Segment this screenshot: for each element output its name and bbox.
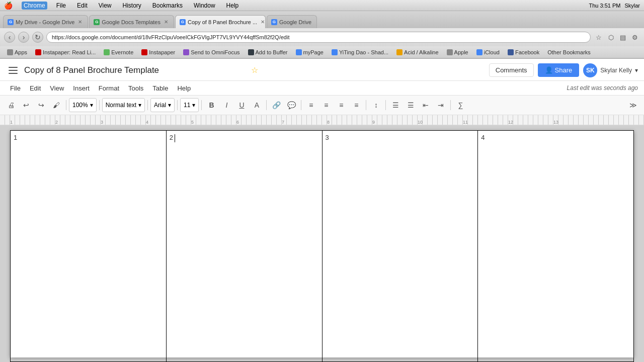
style-chevron: ▾ bbox=[138, 102, 141, 109]
underline-button[interactable]: U bbox=[234, 98, 249, 112]
numbered-list-button[interactable]: ☰ bbox=[404, 98, 418, 112]
menu-view[interactable]: View bbox=[46, 83, 68, 94]
tab-close-templates[interactable]: ✕ bbox=[163, 19, 170, 26]
ruler-mark-7: 7 bbox=[282, 120, 284, 125]
cell-number-4: 4 bbox=[481, 134, 485, 141]
bookmarks-menu[interactable]: Bookmarks bbox=[150, 2, 185, 10]
line-spacing-button[interactable]: ↕ bbox=[369, 98, 383, 112]
forward-button[interactable]: › bbox=[18, 32, 29, 43]
font-value: Arial bbox=[154, 102, 166, 109]
menu-format[interactable]: Format bbox=[95, 83, 123, 94]
table-cell-1[interactable]: 1 bbox=[11, 131, 167, 362]
increase-indent-button[interactable]: ⇥ bbox=[434, 98, 448, 112]
menu-edit[interactable]: Edit bbox=[26, 83, 45, 94]
address-text: https://docs.google.com/document/d/18vFR… bbox=[52, 34, 289, 40]
bookmark-apple[interactable]: Apple bbox=[444, 49, 471, 56]
bookmark-other[interactable]: Other Bookmarks bbox=[544, 49, 594, 56]
bookmark-icon-yiting bbox=[332, 49, 338, 55]
tab-close-brochure[interactable]: ✕ bbox=[259, 19, 266, 26]
share-button[interactable]: 👤 Share bbox=[538, 63, 580, 77]
bookmark-evernote[interactable]: Evernote bbox=[101, 49, 136, 56]
menu-file[interactable]: File bbox=[6, 83, 25, 94]
italic-button[interactable]: I bbox=[219, 98, 233, 112]
hamburger-menu[interactable] bbox=[6, 63, 20, 77]
undo-button[interactable]: ↩ bbox=[19, 98, 33, 112]
tab-templates[interactable]: G Google Docs Templates ✕ bbox=[89, 15, 174, 28]
link-button[interactable]: 🔗 bbox=[269, 98, 283, 112]
bookmark-omnifocus[interactable]: Send to OmniFocus bbox=[180, 49, 243, 56]
ruler-mark-12: 12 bbox=[508, 120, 513, 125]
edit-menu[interactable]: Edit bbox=[75, 2, 90, 10]
print-button[interactable]: 🖨 bbox=[4, 98, 18, 112]
bullet-list-button[interactable]: ☰ bbox=[388, 98, 403, 112]
bookmark-apps[interactable]: Apps bbox=[4, 49, 30, 56]
star-icon[interactable]: ☆ bbox=[594, 32, 604, 42]
comment-button[interactable]: 💬 bbox=[284, 98, 298, 112]
star-title-icon[interactable]: ☆ bbox=[251, 65, 258, 75]
tab-brochure[interactable]: G Copy of 8 Panel Brochure ... ✕ bbox=[175, 15, 266, 28]
mac-user: Skylar bbox=[624, 3, 640, 9]
menu-insert[interactable]: Insert bbox=[69, 83, 94, 94]
paint-format-button[interactable]: 🖌 bbox=[49, 98, 63, 112]
tab-my-drive[interactable]: G My Drive - Google Drive ✕ bbox=[3, 15, 88, 28]
style-value: Normal text bbox=[106, 102, 136, 109]
window-menu[interactable]: Window bbox=[192, 2, 217, 10]
bookmark-instapaper2[interactable]: Instapaper bbox=[138, 49, 178, 56]
user-profile[interactable]: SK Skylar Kelly ▾ bbox=[583, 63, 638, 77]
justify-button[interactable]: ≡ bbox=[349, 98, 363, 112]
comments-button[interactable]: Comments bbox=[489, 63, 534, 77]
align-left-button[interactable]: ≡ bbox=[304, 98, 318, 112]
align-center-button[interactable]: ≡ bbox=[319, 98, 333, 112]
tab-favicon-drive: G bbox=[8, 19, 14, 25]
fontsize-dropdown[interactable]: 11 ▾ bbox=[180, 98, 199, 112]
bookmark-icloud[interactable]: iCloud bbox=[473, 49, 503, 56]
zoom-dropdown[interactable]: 100% ▾ bbox=[69, 98, 97, 112]
menu-table[interactable]: Table bbox=[148, 83, 172, 94]
align-right-button[interactable]: ≡ bbox=[334, 98, 348, 112]
help-menu[interactable]: Help bbox=[224, 2, 241, 10]
apple-logo[interactable]: 🍎 bbox=[4, 2, 13, 10]
back-button[interactable]: ‹ bbox=[4, 32, 15, 43]
table-row: 1 2 3 4 bbox=[11, 131, 634, 362]
table-cell-2[interactable]: 2 bbox=[166, 131, 322, 362]
chrome-menu[interactable]: Chrome bbox=[22, 2, 47, 10]
share-label: Share bbox=[555, 66, 573, 74]
bookmark-label-apple: Apple bbox=[454, 49, 468, 55]
bookmark-yiting[interactable]: YiTing Dao - Shad... bbox=[329, 49, 391, 56]
text-color-button[interactable]: A bbox=[250, 98, 264, 112]
tab-gdrive[interactable]: G Google Drive bbox=[267, 15, 317, 28]
bookmark-mypage[interactable]: myPage bbox=[293, 49, 327, 56]
menu-help[interactable]: Help bbox=[173, 83, 195, 94]
menu-tools[interactable]: Tools bbox=[124, 83, 147, 94]
history-menu[interactable]: History bbox=[121, 2, 143, 10]
table-cell-3[interactable]: 3 bbox=[322, 131, 478, 362]
autosave-status: Last edit was seconds ago bbox=[567, 84, 638, 92]
extension-icon2[interactable]: ▤ bbox=[618, 32, 628, 42]
extension-icon3[interactable]: ⚙ bbox=[630, 32, 640, 42]
redo-button[interactable]: ↪ bbox=[34, 98, 48, 112]
bookmark-buffer[interactable]: Add to Buffer bbox=[245, 49, 291, 56]
font-dropdown[interactable]: Arial ▾ bbox=[150, 98, 175, 112]
docs-toolbar: 🖨 ↩ ↪ 🖌 100% ▾ Normal text ▾ Arial ▾ 11 … bbox=[0, 95, 644, 115]
style-dropdown[interactable]: Normal text ▾ bbox=[102, 98, 145, 112]
bookmark-acid[interactable]: Acid / Alkaline bbox=[393, 49, 441, 56]
bookmark-icon-icloud bbox=[476, 49, 482, 55]
separator1 bbox=[66, 100, 66, 110]
view-menu[interactable]: View bbox=[97, 2, 114, 10]
bold-button[interactable]: B bbox=[204, 98, 218, 112]
address-bar[interactable]: https://docs.google.com/document/d/18vFR… bbox=[46, 32, 591, 43]
font-chevron: ▾ bbox=[168, 102, 171, 109]
bookmark-facebook[interactable]: Facebook bbox=[505, 49, 542, 56]
doc-area[interactable]: 1 2 3 4 bbox=[0, 125, 644, 362]
toolbar-collapse-button[interactable]: ≫ bbox=[626, 98, 640, 112]
reload-button[interactable]: ↻ bbox=[32, 32, 43, 43]
tab-close-drive[interactable]: ✕ bbox=[76, 19, 84, 26]
decrease-indent-button[interactable]: ⇤ bbox=[419, 98, 433, 112]
table-cell-4[interactable]: 4 bbox=[478, 131, 634, 362]
formula-button[interactable]: ∑ bbox=[453, 98, 467, 112]
file-menu[interactable]: File bbox=[54, 2, 68, 10]
ruler-mark-5: 5 bbox=[191, 120, 194, 125]
bookmark-instapaper[interactable]: Instapaper: Read Li... bbox=[32, 49, 99, 56]
tab-label-gdrive: Google Drive bbox=[279, 19, 311, 25]
extension-icon1[interactable]: ⬡ bbox=[606, 32, 616, 42]
